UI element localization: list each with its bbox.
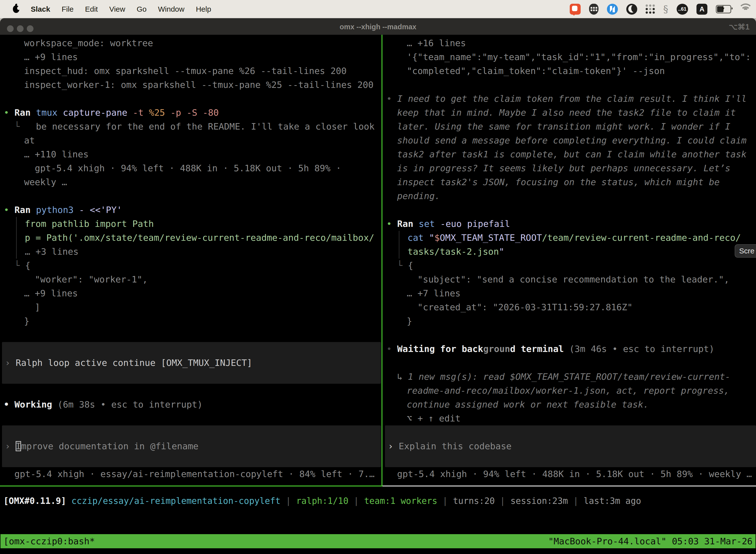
terminal-line <box>386 328 756 342</box>
command-output-group: cat "$OMX_TEAM_STATE_ROOT/team/review-cu… <box>399 231 756 259</box>
tmux-host-clock: "MacBook-Pro-44.local" 05:03 31-Mar-26 <box>548 534 753 548</box>
terminal-line: should send a message before completing … <box>397 133 756 148</box>
count-badge-icon[interactable]: ..61 <box>677 4 688 15</box>
left-pane-bottom-border <box>0 486 381 487</box>
terminal-line: • I need to get the claim token from the… <box>386 92 756 106</box>
menu-bar-status: § ..61 A <box>570 4 756 15</box>
left-pane: workspace_mode: worktree… +9 linesinspec… <box>0 35 381 486</box>
command-output-group: from pathlib import Pathp = Path('.omx/s… <box>16 217 381 259</box>
terminal-line: • Waiting for background terminal (3m 46… <box>386 342 756 356</box>
terminal-line: "worker": "worker-1", <box>24 273 381 286</box>
terminal-line: "subject": "send a concise recommendatio… <box>407 273 756 286</box>
terminal-line: • Ran tmux capture-pane -t %25 -p -S -80 <box>4 106 381 120</box>
terminal-line: keep that in mind. Maybe I also need the… <box>397 106 756 120</box>
terminal-line: • Ran set -euo pipefail <box>386 217 756 231</box>
terminal-line: "created_at": "2026-03-31T11:59:27.816Z" <box>407 300 756 314</box>
prompt-input-right[interactable]: › Explain this codebase <box>385 426 756 467</box>
terminal-line: task2 after task1 is complete, but can I… <box>397 148 756 161</box>
terminal-line: "completed","claim_token":"claim-token"}… <box>407 64 756 78</box>
terminal-line: at <box>24 133 381 148</box>
window-title-bar[interactable]: omx --xhigh --madmax ⌥⌘1 <box>0 18 756 35</box>
terminal-line: … +16 lines <box>407 36 756 50</box>
terminal-line: gpt-5.4 xhigh · 94% left · 488K in · 5.1… <box>24 161 381 175</box>
right-pane-bottom-border <box>382 486 756 487</box>
terminal-line <box>386 203 756 217</box>
omx-status-bar: [OMX#0.11.9] cczip/essay/ai-reimplementa… <box>3 494 641 508</box>
dots-grid-icon[interactable] <box>646 4 655 14</box>
squiggle-icon[interactable]: § <box>663 4 668 15</box>
terminal-line <box>386 356 756 370</box>
terminal-line: inspect task2's JSON, focusing on the st… <box>397 175 756 189</box>
terminal-line: workspace_mode: worktree <box>24 36 381 50</box>
terminal-line <box>4 328 381 342</box>
terminal-line: └ be necessary for the end of the README… <box>14 120 381 133</box>
menu-item-view[interactable]: View <box>109 5 125 13</box>
terminal-line: cat "$OMX_TEAM_STATE_ROOT/team/review-cu… <box>407 231 756 245</box>
prompt-input-left[interactable]: › Improve documentation in @filename <box>2 426 381 467</box>
blue-bolt-icon[interactable] <box>607 4 618 15</box>
terminal-line: └ { <box>397 259 756 273</box>
terminal-line: ] <box>24 300 381 314</box>
terminal-line: inspect_worker-1: omx sparkshell --tmux-… <box>24 78 381 92</box>
terminal-line: … +7 lines <box>407 286 756 300</box>
ralph-loop-banner: › Ralph loop active continue [OMX_TMUX_I… <box>2 342 381 384</box>
assistant-badge-icon[interactable]: A <box>696 4 707 15</box>
screen-tooltip: Scre <box>735 244 756 258</box>
window-title: omx --xhigh --madmax <box>0 19 756 35</box>
moon-circle-icon[interactable] <box>626 4 637 15</box>
menu-bar-left: Slack FileEditViewGoWindowHelp <box>0 5 211 13</box>
terminal-line: ⌥ + ↑ edit <box>407 411 756 426</box>
terminal-line: is in progress? It seems likely but perh… <box>397 161 756 175</box>
terminal-line <box>386 78 756 92</box>
terminal-line <box>4 189 381 203</box>
terminal-line: continue assigned work or next feasible … <box>407 398 756 411</box>
terminal-line: inspect_hud: omx sparkshell --tmux-pane … <box>24 64 381 78</box>
terminal-line: } <box>24 314 381 328</box>
terminal-line: weekly … <box>24 175 381 189</box>
menu-item-file[interactable]: File <box>62 5 73 13</box>
pane-divider[interactable] <box>381 35 382 487</box>
menu-item-window[interactable]: Window <box>158 5 185 13</box>
menu-bar: Slack FileEditViewGoWindowHelp § ..61 A <box>0 0 756 18</box>
terminal-line: └ { <box>14 259 381 273</box>
screen: Slack FileEditViewGoWindowHelp § ..61 A … <box>0 0 756 554</box>
terminal-line: from pathlib import Path <box>25 217 381 231</box>
terminal-line: ↳ 1 new msg(s): read $OMX_TEAM_STATE_ROO… <box>397 370 756 384</box>
terminal-line: pending. <box>397 189 756 203</box>
terminal-line: readme-and-reco/mailbox/worker-1.json, a… <box>407 384 756 398</box>
terminal-line: gpt-5.4 xhigh · essay/ai-reimplementatio… <box>14 467 381 481</box>
menu-app-name[interactable]: Slack <box>31 5 50 13</box>
terminal-line <box>4 384 381 398</box>
terminal-line: … +3 lines <box>25 245 381 259</box>
menu-item-edit[interactable]: Edit <box>85 5 98 13</box>
terminal-line: • Working (6m 38s • esc to interrupt) <box>4 398 381 411</box>
terminal-line: tasks/task-2.json" <box>407 245 756 259</box>
terminal-line <box>4 92 381 106</box>
terminal-line: … +110 lines <box>24 148 381 161</box>
terminal-line <box>4 411 381 426</box>
battery-icon[interactable] <box>716 5 731 13</box>
menu-item-go[interactable]: Go <box>137 5 146 13</box>
terminal-line: p = Path('.omx/state/team/review-current… <box>25 231 381 245</box>
terminal-line: later. Using the same for transition mig… <box>397 120 756 133</box>
menu-item-help[interactable]: Help <box>196 5 211 13</box>
terminal-line: } <box>407 314 756 328</box>
tmux-session-window: [omx-cczip0:bash* <box>3 534 95 548</box>
wifi-icon[interactable] <box>740 4 752 14</box>
apple-menu-icon[interactable] <box>13 5 19 13</box>
terminal-line: … +9 lines <box>24 286 381 300</box>
terminal-line: gpt-5.4 xhigh · 94% left · 488K in · 5.1… <box>397 467 756 481</box>
terminal-line: … +9 lines <box>24 50 381 64</box>
menu-items: FileEditViewGoWindowHelp <box>62 5 211 13</box>
window-shortcut-hint: ⌥⌘1 <box>729 19 750 35</box>
terminal-line: '{"team_name":"my-team","task_id":"1","f… <box>407 50 756 64</box>
terminal-line: • Ran python3 - <<'PY' <box>4 203 381 217</box>
shield-grid-icon[interactable] <box>589 4 598 15</box>
tmux-status-bar: [omx-cczip0:bash* "MacBook-Pro-44.local"… <box>0 534 756 548</box>
chat-app-icon[interactable] <box>570 4 581 15</box>
right-pane: … +16 lines'{"team_name":"my-team","task… <box>383 35 756 486</box>
